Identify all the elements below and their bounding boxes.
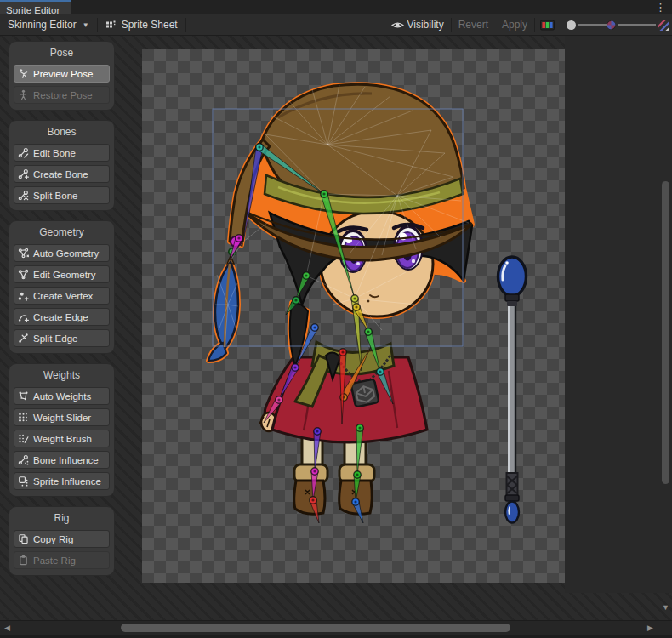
bone-joint-center: [316, 430, 318, 432]
preview-pose-button[interactable]: Preview Pose: [14, 65, 110, 83]
button-label: Edit Bone: [33, 148, 76, 158]
button-label: Create Vertex: [33, 291, 93, 301]
bone-joint-center: [322, 192, 325, 195]
auto-geometry-button[interactable]: Auto Geometry: [14, 244, 110, 262]
rgb-swatch-icon: [540, 20, 555, 31]
bone-joint-center: [277, 398, 280, 401]
bone-opacity-icon[interactable]: [607, 20, 616, 30]
toolbar: Skinning Editor ▼ Sprite Sheet Visibilit…: [0, 14, 672, 36]
bone-joint-center: [356, 473, 358, 476]
sprite-sheet-button[interactable]: Sprite Sheet: [98, 14, 185, 35]
apply-button: Apply: [495, 14, 534, 35]
mode-dropdown-label: Skinning Editor: [8, 19, 77, 31]
bone-joint-center: [353, 297, 356, 299]
button-label: Split Bone: [33, 191, 77, 201]
copy-rig-icon: [18, 533, 29, 544]
bone-influence-icon: [18, 454, 29, 465]
opacity-slider[interactable]: [567, 20, 669, 31]
restore-pose-icon: [18, 89, 29, 100]
panel-title: Bones: [14, 126, 110, 138]
color-mode-button[interactable]: [535, 20, 560, 31]
editor-background: [565, 36, 672, 593]
panel-pose: PosePreview PoseRestore Pose: [9, 41, 115, 111]
sprite-canvas[interactable]: [142, 49, 565, 583]
create-edge-button[interactable]: Create Edge: [14, 308, 110, 326]
visibility-button[interactable]: Visibility: [384, 14, 451, 35]
kebab-menu-icon[interactable]: ⋮: [655, 0, 666, 14]
eye-icon: [391, 20, 404, 30]
sprite-sheet-icon: [105, 20, 117, 30]
character-sprite[interactable]: [208, 84, 472, 523]
panel-title: Rig: [14, 512, 110, 524]
edit-bone-icon: [18, 147, 29, 158]
alpha-stripes-icon[interactable]: [658, 20, 669, 31]
create-vertex-button[interactable]: Create Vertex: [14, 287, 110, 305]
slider-track[interactable]: [618, 24, 656, 26]
panel-title: Pose: [14, 47, 110, 59]
sprite-sheet-label: Sprite Sheet: [122, 19, 178, 31]
visibility-label: Visibility: [407, 19, 444, 31]
button-label: Paste Rig: [33, 555, 76, 566]
slider-track[interactable]: [578, 24, 607, 26]
bone-joint-center: [379, 370, 381, 373]
toolbar-right: Visibility Revert Apply: [384, 14, 672, 35]
bone-joint-center: [311, 498, 314, 501]
horizontal-scrollbar[interactable]: ◀ ▶: [0, 620, 672, 635]
button-label: Split Edge: [33, 333, 77, 344]
button-label: Create Edge: [33, 312, 88, 322]
weight-slider-button[interactable]: Weight Slider: [14, 408, 110, 426]
bone-joint-center: [305, 274, 307, 276]
bone-joint-center: [367, 330, 369, 333]
panel-geometry: GeometryAuto GeometryEdit GeometryCreate…: [9, 220, 115, 354]
create-vertex-icon: [18, 290, 29, 301]
split-edge-button[interactable]: Split Edge: [14, 329, 110, 347]
edit-geometry-button[interactable]: Edit Geometry: [14, 265, 110, 283]
paste-rig-icon: [18, 555, 29, 566]
bone-influence-button[interactable]: Bone Influence: [14, 451, 110, 469]
tab-label: Sprite Editor: [6, 5, 60, 15]
edit-geometry-icon: [18, 269, 29, 280]
bone-joint-center: [313, 326, 316, 328]
staff-sprite[interactable]: [498, 257, 527, 523]
scroll-left-arrow[interactable]: ◀: [4, 624, 10, 633]
panel-weights: WeightsAuto WeightsWeight SliderWeight B…: [9, 363, 115, 497]
sprite-influence-button[interactable]: Sprite Influence: [14, 472, 110, 490]
sprite-influence-icon: [18, 476, 29, 487]
vertical-scrollbar-thumb[interactable]: [662, 181, 669, 484]
button-label: Sprite Influence: [33, 476, 101, 487]
editor-area: PosePreview PoseRestore PoseBonesEdit Bo…: [0, 36, 672, 638]
auto-weights-button[interactable]: Auto Weights: [14, 387, 110, 405]
button-label: Edit Geometry: [33, 270, 96, 280]
slider-knob[interactable]: [567, 20, 576, 30]
bone-joint-center: [354, 500, 356, 503]
bone-joint-center: [313, 470, 316, 472]
button-label: Preview Pose: [33, 69, 93, 79]
horizontal-scrollbar-thumb[interactable]: [121, 624, 510, 632]
restore-pose-button: Restore Pose: [14, 86, 110, 104]
create-bone-icon: [18, 168, 29, 179]
button-label: Copy Rig: [33, 534, 73, 544]
split-bone-button[interactable]: Split Bone: [14, 186, 110, 204]
tab-bar: Sprite Editor ⋮: [0, 0, 672, 14]
bone-joint-center: [237, 236, 240, 239]
scroll-right-arrow[interactable]: ▶: [647, 624, 653, 633]
bone-joint-center: [355, 305, 357, 308]
panel-bones: BonesEdit BoneCreate BoneSplit Bone: [9, 120, 115, 211]
split-edge-icon: [18, 333, 29, 344]
edit-bone-button[interactable]: Edit Bone: [14, 144, 110, 162]
sprite-editor-window: Sprite Editor ⋮ Skinning Editor ▼ Sprite…: [0, 0, 672, 638]
create-bone-button[interactable]: Create Bone: [14, 165, 110, 183]
panel-rig: RigCopy RigPaste Rig: [9, 506, 115, 576]
auto-geometry-icon: [18, 248, 29, 259]
panel-title: Geometry: [14, 226, 110, 238]
tool-panels: PosePreview PoseRestore PoseBonesEdit Bo…: [9, 41, 115, 585]
panel-title: Weights: [14, 369, 110, 381]
scroll-down-arrow[interactable]: ▼: [662, 604, 669, 612]
bone-joint-center: [258, 145, 260, 148]
chevron-down-icon: ▼: [83, 21, 89, 29]
button-label: Auto Weights: [33, 391, 91, 402]
split-bone-icon: [18, 190, 29, 201]
weight-brush-button[interactable]: Weight Brush: [14, 430, 110, 447]
copy-rig-button[interactable]: Copy Rig: [14, 530, 110, 548]
mode-dropdown[interactable]: Skinning Editor ▼: [0, 14, 97, 35]
